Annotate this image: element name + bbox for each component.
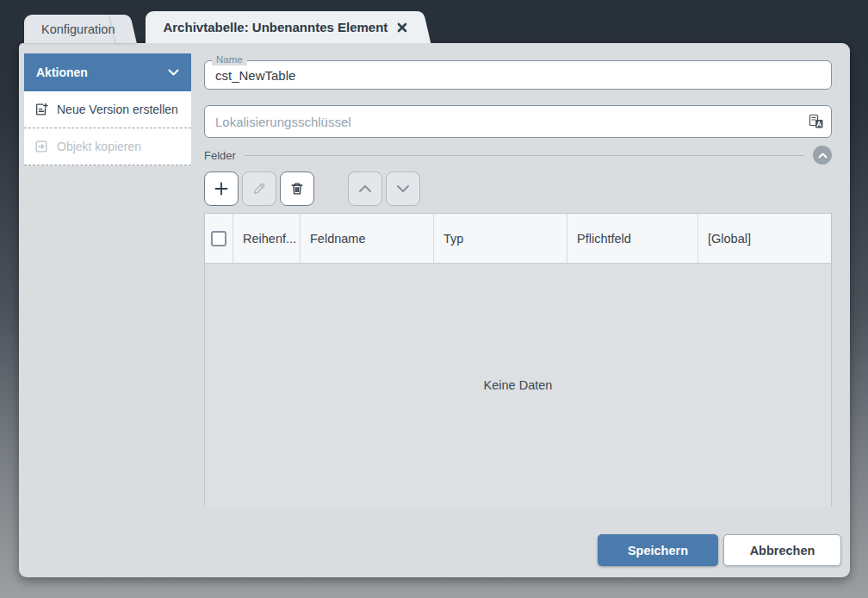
tab-label: Archivtabelle: Unbenanntes Element bbox=[163, 20, 388, 34]
fields-table: Reihenf... Feldname Typ Pflichtfeld [Glo… bbox=[204, 213, 832, 507]
chevron-down-icon bbox=[168, 69, 179, 76]
copy-icon bbox=[34, 139, 49, 154]
sidebar-item-objekt-kopieren[interactable]: Objekt kopieren bbox=[24, 128, 191, 165]
tab-bar: Konfiguration Archivtabelle: Unbenanntes… bbox=[24, 11, 420, 43]
actions-header[interactable]: Aktionen bbox=[24, 53, 191, 91]
fields-toolbar bbox=[204, 171, 420, 206]
collapse-section-button[interactable] bbox=[813, 146, 832, 165]
name-input[interactable] bbox=[204, 60, 832, 90]
name-field-group: Name bbox=[204, 60, 832, 90]
column-header-global[interactable]: [Global] bbox=[698, 214, 831, 263]
editor-content: Name Felder bbox=[204, 43, 832, 577]
cancel-button[interactable]: Abbrechen bbox=[723, 534, 841, 566]
move-up-button[interactable] bbox=[348, 171, 382, 206]
chevron-down-icon bbox=[396, 184, 410, 193]
column-header-feldname[interactable]: Feldname bbox=[300, 214, 433, 263]
edit-field-button[interactable] bbox=[242, 171, 276, 206]
fields-section-label: Felder bbox=[204, 149, 236, 162]
new-document-icon bbox=[34, 102, 49, 117]
footer-actions: Speichern Abbrechen bbox=[598, 534, 841, 566]
actions-header-label: Aktionen bbox=[36, 65, 88, 79]
select-all-cell bbox=[205, 214, 232, 263]
column-header-pflichtfeld[interactable]: Pflichtfeld bbox=[567, 214, 698, 263]
sidebar-item-neue-version-erstellen[interactable]: Neue Version erstellen bbox=[24, 91, 191, 128]
main-panel: Aktionen Neue Version erstellen bbox=[19, 43, 850, 577]
column-header-typ[interactable]: Typ bbox=[433, 214, 567, 263]
name-field-label: Name bbox=[212, 53, 247, 65]
trash-icon bbox=[289, 181, 305, 196]
screen: Konfiguration Archivtabelle: Unbenanntes… bbox=[0, 0, 868, 598]
toolbar-spacer bbox=[318, 171, 344, 206]
actions-sidebar: Aktionen Neue Version erstellen bbox=[24, 53, 191, 165]
sidebar-item-label: Neue Version erstellen bbox=[57, 103, 178, 116]
localization-field-group bbox=[204, 105, 832, 138]
delete-field-button[interactable] bbox=[280, 171, 314, 206]
section-divider-line bbox=[245, 155, 804, 156]
localization-key-input[interactable] bbox=[204, 105, 832, 138]
pencil-icon bbox=[251, 181, 267, 196]
sidebar-item-label: Objekt kopieren bbox=[57, 140, 141, 153]
table-header-row: Reihenf... Feldname Typ Pflichtfeld [Glo… bbox=[205, 214, 831, 264]
plus-icon bbox=[213, 180, 230, 197]
tab-konfiguration[interactable]: Konfiguration bbox=[24, 15, 127, 43]
add-field-button[interactable] bbox=[204, 171, 239, 206]
tab-archivtabelle[interactable]: Archivtabelle: Unbenanntes Element bbox=[146, 11, 420, 43]
select-all-checkbox[interactable] bbox=[211, 231, 226, 246]
tab-label: Konfiguration bbox=[41, 22, 115, 36]
empty-table-message: Keine Daten bbox=[484, 378, 553, 392]
save-button[interactable]: Speichern bbox=[598, 534, 718, 566]
translate-icon[interactable] bbox=[808, 113, 825, 130]
chevron-up-icon bbox=[818, 153, 828, 159]
close-icon[interactable] bbox=[396, 22, 408, 34]
column-header-reihenfolge[interactable]: Reihenf... bbox=[232, 214, 300, 263]
fields-section-header: Felder bbox=[204, 145, 832, 165]
move-down-button[interactable] bbox=[386, 171, 420, 206]
table-body: Keine Daten bbox=[205, 264, 831, 507]
chevron-up-icon bbox=[358, 184, 372, 193]
